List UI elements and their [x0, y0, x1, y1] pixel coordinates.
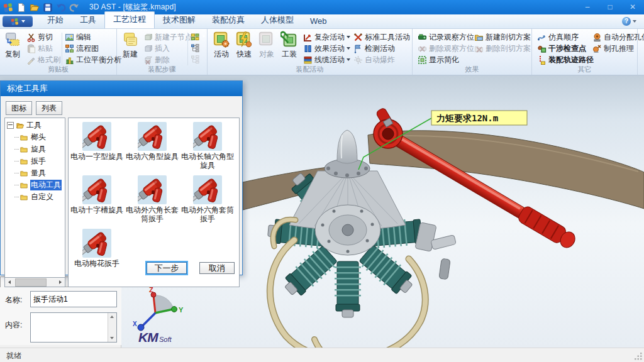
quick-activity-icon — [235, 31, 253, 48]
tree-item[interactable]: 旋具 — [14, 143, 65, 155]
icon-view-button[interactable]: 图标 — [6, 101, 32, 115]
simulation-order-button[interactable]: 仿真顺序 — [537, 31, 579, 43]
redo-icon[interactable] — [69, 3, 79, 13]
close-button[interactable]: ✕ — [621, 0, 644, 14]
hole-reasoning-button[interactable]: 制孔推理 — [592, 43, 634, 54]
tab-web[interactable]: Web — [302, 14, 335, 28]
maximize-button[interactable]: □ — [599, 0, 621, 14]
tree-item[interactable]: 量具 — [14, 167, 65, 179]
cut-button[interactable]: 剪切 — [26, 31, 53, 43]
delete-section-button[interactable]: 删除剖切方案 — [474, 43, 531, 54]
dialog-title: 标准工具库 — [1, 81, 242, 96]
status-bar: 就绪 — [0, 348, 644, 362]
ribbon-group-activities: 活动 快速 对象 工装 复杂活动 效果活动 线缆活动 — [208, 29, 413, 75]
cable-activity-button[interactable]: 线缆活动 — [303, 54, 350, 65]
tab-technical-illustration[interactable]: 技术图解 — [155, 13, 204, 28]
scroll-left-icon[interactable] — [5, 278, 14, 287]
next-button[interactable]: 下一步 — [147, 262, 187, 274]
resize-grip[interactable] — [635, 353, 643, 361]
open-file-icon[interactable] — [30, 3, 40, 13]
activity-button[interactable]: 活动 — [210, 30, 233, 60]
edit-button[interactable]: 编辑 — [65, 31, 91, 43]
cancel-button[interactable]: 取消 — [199, 262, 235, 274]
record-view-button[interactable]: 记录观察方位 — [418, 31, 474, 43]
collapse-icon[interactable] — [7, 122, 14, 129]
vertical-scrollbar[interactable] — [108, 313, 116, 342]
scroll-right-icon[interactable] — [56, 278, 65, 287]
tree-view-button[interactable] — [191, 42, 202, 53]
list-view-button[interactable]: 列表 — [36, 101, 62, 115]
station-balance-button[interactable]: 工位平衡分析 — [65, 54, 121, 65]
tab-process[interactable]: 工艺过程 — [104, 11, 155, 28]
scroll-down-icon[interactable] — [108, 334, 116, 342]
tool-item[interactable]: 电动六角型旋具 — [125, 120, 180, 170]
tab-assembly-simulation[interactable]: 装配仿真 — [204, 13, 253, 28]
delete-view-button[interactable]: 删除观察方位 — [418, 43, 474, 54]
ribbon-group-clipboard: 复制 剪切 粘贴 格式刷 编辑 流程图 工位平衡分析 剪贴板 — [0, 29, 117, 75]
delete-button[interactable]: 删除 — [143, 54, 170, 65]
show-simplify-button[interactable]: 显示简化 — [418, 54, 459, 65]
quick-activity-button[interactable]: 快速 — [233, 30, 255, 60]
delete-view-icon — [418, 44, 427, 53]
format-painter-button[interactable]: 格式刷 — [26, 54, 60, 65]
name-input[interactable] — [30, 291, 117, 307]
electric-screwdriver-icon — [138, 122, 167, 151]
electric-screwdriver-icon — [193, 122, 222, 151]
tool-item[interactable]: 电动十字槽旋具 — [69, 173, 125, 223]
assembly-path-button[interactable]: 装配轨迹路径 — [537, 54, 594, 65]
effect-activity-button[interactable]: 效果活动 — [303, 43, 350, 54]
group-label-activities: 装配活动 — [208, 65, 412, 74]
structure-view-button[interactable] — [191, 31, 206, 42]
tree-item[interactable]: 榔头 — [14, 131, 65, 143]
tab-human-model[interactable]: 人体模型 — [253, 13, 302, 28]
tab-tools[interactable]: 工具 — [72, 13, 104, 28]
tree-item[interactable]: 自定义 — [14, 191, 65, 203]
new-child-node-button[interactable]: 新建子节点 — [143, 31, 192, 43]
auto-hole-button[interactable]: 自动分配孔位 — [592, 31, 644, 43]
tree-view-alt-button[interactable] — [191, 53, 202, 65]
km-soft-logo: KM Soft — [138, 330, 172, 344]
flowchart-button[interactable]: 流程图 — [65, 43, 99, 54]
tool-item[interactable]: 电动梅花扳手 — [69, 227, 125, 268]
tree-root[interactable]: 工具 — [5, 118, 65, 131]
content-textarea[interactable] — [30, 312, 117, 343]
tool-item[interactable]: 电动一字型旋具 — [69, 120, 125, 170]
folder-icon — [19, 194, 28, 201]
scrollbar-thumb[interactable] — [15, 278, 47, 287]
new-section-button[interactable]: 新建剖切方案 — [474, 31, 531, 43]
new-step-button[interactable]: 新建 — [119, 30, 142, 60]
tab-start[interactable]: 开始 — [39, 13, 72, 28]
tree-horizontal-scrollbar[interactable] — [4, 278, 65, 287]
save-icon[interactable] — [43, 3, 53, 13]
electric-screwdriver-icon — [82, 175, 111, 204]
grid-icon — [191, 32, 200, 41]
tree-item[interactable]: 扳手 — [14, 155, 65, 167]
trajectory-path-icon — [537, 55, 547, 65]
minimize-button[interactable]: – — [576, 0, 599, 14]
group-label-clipboard: 剪贴板 — [0, 65, 116, 74]
quick-access-toolbar — [0, 3, 79, 13]
standard-tool-activity-button[interactable]: 标准工具活动 — [353, 31, 410, 43]
auto-explode-button[interactable]: 自动爆炸 — [353, 54, 395, 65]
help-button[interactable]: ? — [622, 17, 636, 26]
insert-button[interactable]: 插入 — [143, 43, 170, 54]
coordinate-triad: Z Y X — [133, 286, 184, 331]
tool-item[interactable]: 电动外六角套筒扳手 — [180, 173, 235, 223]
complex-activity-button[interactable]: 复杂活动 — [303, 31, 350, 43]
new-document-icon[interactable] — [16, 3, 26, 13]
paste-button[interactable]: 粘贴 — [26, 43, 53, 54]
tree-item[interactable]: 电动工具 — [14, 179, 65, 191]
scroll-up-icon[interactable] — [108, 313, 116, 321]
detect-activity-button[interactable]: 检测活动 — [353, 43, 395, 54]
tooling-icon — [280, 31, 298, 48]
tool-item[interactable]: 电动长轴六角型旋具 — [180, 120, 235, 170]
application-menu-button[interactable] — [3, 16, 33, 27]
undo-icon[interactable] — [56, 3, 66, 13]
copy-button[interactable]: 复制 — [1, 30, 24, 60]
tool-item[interactable]: 电动外六角长套筒扳手 — [125, 173, 180, 223]
activity-icon — [213, 31, 230, 48]
interference-icon — [537, 44, 547, 53]
interference-check-button[interactable]: 干涉检查点 — [537, 43, 586, 54]
object-button[interactable]: 对象 — [255, 30, 278, 60]
tooling-button[interactable]: 工装 — [278, 30, 301, 60]
